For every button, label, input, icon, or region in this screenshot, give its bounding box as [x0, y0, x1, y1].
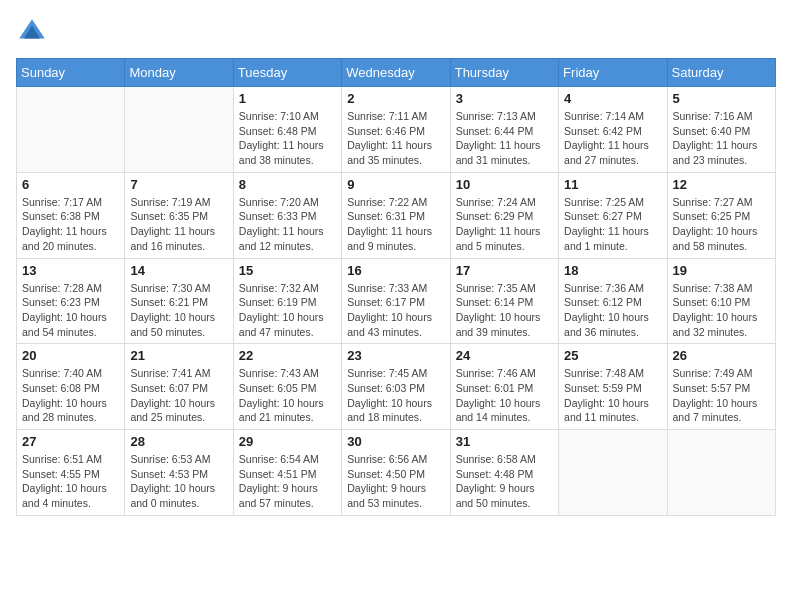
day-info: Sunrise: 7:19 AM Sunset: 6:35 PM Dayligh…	[130, 195, 227, 254]
calendar-cell: 13Sunrise: 7:28 AM Sunset: 6:23 PM Dayli…	[17, 258, 125, 344]
calendar-cell: 10Sunrise: 7:24 AM Sunset: 6:29 PM Dayli…	[450, 172, 558, 258]
calendar-cell: 6Sunrise: 7:17 AM Sunset: 6:38 PM Daylig…	[17, 172, 125, 258]
calendar-cell: 29Sunrise: 6:54 AM Sunset: 4:51 PM Dayli…	[233, 430, 341, 516]
logo	[16, 16, 52, 48]
day-number: 11	[564, 177, 661, 192]
day-info: Sunrise: 7:28 AM Sunset: 6:23 PM Dayligh…	[22, 281, 119, 340]
day-info: Sunrise: 7:16 AM Sunset: 6:40 PM Dayligh…	[673, 109, 770, 168]
day-number: 16	[347, 263, 444, 278]
calendar-cell: 11Sunrise: 7:25 AM Sunset: 6:27 PM Dayli…	[559, 172, 667, 258]
calendar-cell: 4Sunrise: 7:14 AM Sunset: 6:42 PM Daylig…	[559, 87, 667, 173]
calendar-cell: 12Sunrise: 7:27 AM Sunset: 6:25 PM Dayli…	[667, 172, 775, 258]
day-info: Sunrise: 7:33 AM Sunset: 6:17 PM Dayligh…	[347, 281, 444, 340]
weekday-header-friday: Friday	[559, 59, 667, 87]
calendar-cell: 21Sunrise: 7:41 AM Sunset: 6:07 PM Dayli…	[125, 344, 233, 430]
day-number: 13	[22, 263, 119, 278]
day-info: Sunrise: 7:24 AM Sunset: 6:29 PM Dayligh…	[456, 195, 553, 254]
calendar-cell	[559, 430, 667, 516]
calendar-cell	[17, 87, 125, 173]
day-number: 10	[456, 177, 553, 192]
weekday-header-tuesday: Tuesday	[233, 59, 341, 87]
day-number: 6	[22, 177, 119, 192]
day-info: Sunrise: 7:14 AM Sunset: 6:42 PM Dayligh…	[564, 109, 661, 168]
day-info: Sunrise: 6:54 AM Sunset: 4:51 PM Dayligh…	[239, 452, 336, 511]
day-number: 7	[130, 177, 227, 192]
day-info: Sunrise: 7:46 AM Sunset: 6:01 PM Dayligh…	[456, 366, 553, 425]
weekday-header-wednesday: Wednesday	[342, 59, 450, 87]
calendar-cell: 9Sunrise: 7:22 AM Sunset: 6:31 PM Daylig…	[342, 172, 450, 258]
day-info: Sunrise: 7:41 AM Sunset: 6:07 PM Dayligh…	[130, 366, 227, 425]
day-number: 5	[673, 91, 770, 106]
day-number: 21	[130, 348, 227, 363]
calendar-table: SundayMondayTuesdayWednesdayThursdayFrid…	[16, 58, 776, 516]
calendar-cell: 1Sunrise: 7:10 AM Sunset: 6:48 PM Daylig…	[233, 87, 341, 173]
calendar-cell: 31Sunrise: 6:58 AM Sunset: 4:48 PM Dayli…	[450, 430, 558, 516]
day-number: 30	[347, 434, 444, 449]
day-info: Sunrise: 7:27 AM Sunset: 6:25 PM Dayligh…	[673, 195, 770, 254]
calendar-week-row: 6Sunrise: 7:17 AM Sunset: 6:38 PM Daylig…	[17, 172, 776, 258]
day-info: Sunrise: 7:32 AM Sunset: 6:19 PM Dayligh…	[239, 281, 336, 340]
day-number: 14	[130, 263, 227, 278]
calendar-cell	[125, 87, 233, 173]
calendar-cell: 14Sunrise: 7:30 AM Sunset: 6:21 PM Dayli…	[125, 258, 233, 344]
day-info: Sunrise: 7:10 AM Sunset: 6:48 PM Dayligh…	[239, 109, 336, 168]
day-info: Sunrise: 7:43 AM Sunset: 6:05 PM Dayligh…	[239, 366, 336, 425]
day-info: Sunrise: 7:49 AM Sunset: 5:57 PM Dayligh…	[673, 366, 770, 425]
day-number: 18	[564, 263, 661, 278]
weekday-header-saturday: Saturday	[667, 59, 775, 87]
day-info: Sunrise: 7:17 AM Sunset: 6:38 PM Dayligh…	[22, 195, 119, 254]
logo-icon	[16, 16, 48, 48]
day-info: Sunrise: 6:51 AM Sunset: 4:55 PM Dayligh…	[22, 452, 119, 511]
day-info: Sunrise: 7:25 AM Sunset: 6:27 PM Dayligh…	[564, 195, 661, 254]
calendar-cell: 22Sunrise: 7:43 AM Sunset: 6:05 PM Dayli…	[233, 344, 341, 430]
calendar-week-row: 27Sunrise: 6:51 AM Sunset: 4:55 PM Dayli…	[17, 430, 776, 516]
day-number: 4	[564, 91, 661, 106]
day-number: 19	[673, 263, 770, 278]
day-info: Sunrise: 7:20 AM Sunset: 6:33 PM Dayligh…	[239, 195, 336, 254]
calendar-week-row: 20Sunrise: 7:40 AM Sunset: 6:08 PM Dayli…	[17, 344, 776, 430]
calendar-cell: 26Sunrise: 7:49 AM Sunset: 5:57 PM Dayli…	[667, 344, 775, 430]
calendar-week-row: 1Sunrise: 7:10 AM Sunset: 6:48 PM Daylig…	[17, 87, 776, 173]
day-info: Sunrise: 7:22 AM Sunset: 6:31 PM Dayligh…	[347, 195, 444, 254]
calendar-cell: 28Sunrise: 6:53 AM Sunset: 4:53 PM Dayli…	[125, 430, 233, 516]
day-info: Sunrise: 6:53 AM Sunset: 4:53 PM Dayligh…	[130, 452, 227, 511]
calendar-cell: 15Sunrise: 7:32 AM Sunset: 6:19 PM Dayli…	[233, 258, 341, 344]
day-number: 25	[564, 348, 661, 363]
day-info: Sunrise: 7:45 AM Sunset: 6:03 PM Dayligh…	[347, 366, 444, 425]
calendar-cell: 25Sunrise: 7:48 AM Sunset: 5:59 PM Dayli…	[559, 344, 667, 430]
calendar-cell: 27Sunrise: 6:51 AM Sunset: 4:55 PM Dayli…	[17, 430, 125, 516]
calendar-cell: 2Sunrise: 7:11 AM Sunset: 6:46 PM Daylig…	[342, 87, 450, 173]
day-number: 3	[456, 91, 553, 106]
day-number: 22	[239, 348, 336, 363]
page-header	[16, 16, 776, 48]
weekday-header-thursday: Thursday	[450, 59, 558, 87]
day-number: 8	[239, 177, 336, 192]
weekday-header-monday: Monday	[125, 59, 233, 87]
day-number: 27	[22, 434, 119, 449]
calendar-cell: 16Sunrise: 7:33 AM Sunset: 6:17 PM Dayli…	[342, 258, 450, 344]
day-info: Sunrise: 7:35 AM Sunset: 6:14 PM Dayligh…	[456, 281, 553, 340]
calendar-cell: 18Sunrise: 7:36 AM Sunset: 6:12 PM Dayli…	[559, 258, 667, 344]
day-info: Sunrise: 6:58 AM Sunset: 4:48 PM Dayligh…	[456, 452, 553, 511]
calendar-week-row: 13Sunrise: 7:28 AM Sunset: 6:23 PM Dayli…	[17, 258, 776, 344]
calendar-cell	[667, 430, 775, 516]
day-number: 23	[347, 348, 444, 363]
day-info: Sunrise: 7:40 AM Sunset: 6:08 PM Dayligh…	[22, 366, 119, 425]
day-number: 2	[347, 91, 444, 106]
calendar-cell: 5Sunrise: 7:16 AM Sunset: 6:40 PM Daylig…	[667, 87, 775, 173]
day-number: 28	[130, 434, 227, 449]
day-info: Sunrise: 7:30 AM Sunset: 6:21 PM Dayligh…	[130, 281, 227, 340]
calendar-cell: 19Sunrise: 7:38 AM Sunset: 6:10 PM Dayli…	[667, 258, 775, 344]
day-number: 17	[456, 263, 553, 278]
calendar-cell: 7Sunrise: 7:19 AM Sunset: 6:35 PM Daylig…	[125, 172, 233, 258]
day-info: Sunrise: 7:13 AM Sunset: 6:44 PM Dayligh…	[456, 109, 553, 168]
day-info: Sunrise: 7:36 AM Sunset: 6:12 PM Dayligh…	[564, 281, 661, 340]
calendar-cell: 3Sunrise: 7:13 AM Sunset: 6:44 PM Daylig…	[450, 87, 558, 173]
day-info: Sunrise: 7:48 AM Sunset: 5:59 PM Dayligh…	[564, 366, 661, 425]
day-number: 26	[673, 348, 770, 363]
day-number: 31	[456, 434, 553, 449]
day-number: 24	[456, 348, 553, 363]
calendar-cell: 8Sunrise: 7:20 AM Sunset: 6:33 PM Daylig…	[233, 172, 341, 258]
day-info: Sunrise: 7:38 AM Sunset: 6:10 PM Dayligh…	[673, 281, 770, 340]
calendar-cell: 20Sunrise: 7:40 AM Sunset: 6:08 PM Dayli…	[17, 344, 125, 430]
